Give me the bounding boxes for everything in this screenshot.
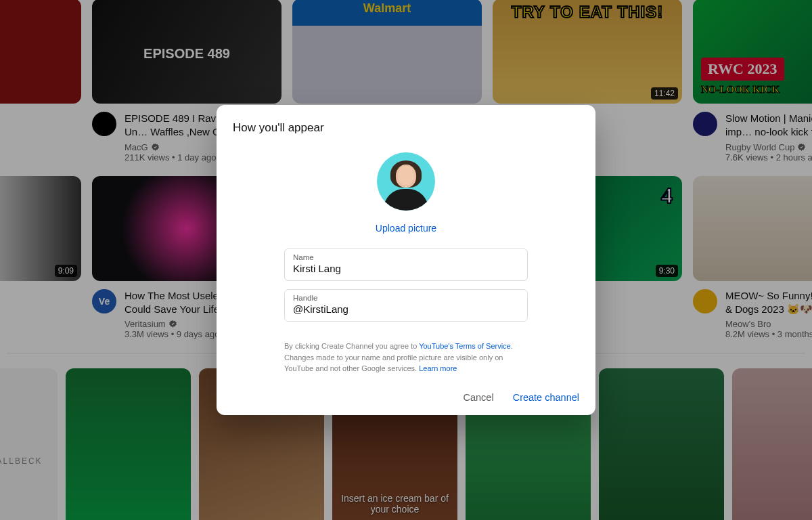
learn-more-link[interactable]: Learn more [419,364,457,372]
create-channel-dialog: How you'll appear Upload picture Name Ha… [217,105,595,415]
modal-overlay: How you'll appear Upload picture Name Ha… [0,0,812,520]
upload-picture-link[interactable]: Upload picture [376,223,436,234]
tos-link[interactable]: YouTube's Terms of Service [419,342,511,350]
name-input[interactable] [293,261,519,274]
profile-avatar[interactable] [377,152,435,211]
legal-disclaimer: By clicking Create Channel you agree to … [284,341,528,374]
handle-field-label: Handle [293,294,519,302]
legal-text: By clicking Create Channel you agree to [284,342,419,350]
handle-input[interactable] [293,302,519,315]
handle-field-wrapper[interactable]: Handle [284,289,528,322]
cancel-button[interactable]: Cancel [464,392,494,403]
name-field-label: Name [293,253,519,261]
name-field-wrapper[interactable]: Name [284,248,528,281]
create-channel-button[interactable]: Create channel [513,392,579,403]
dialog-title: How you'll appear [233,121,579,135]
